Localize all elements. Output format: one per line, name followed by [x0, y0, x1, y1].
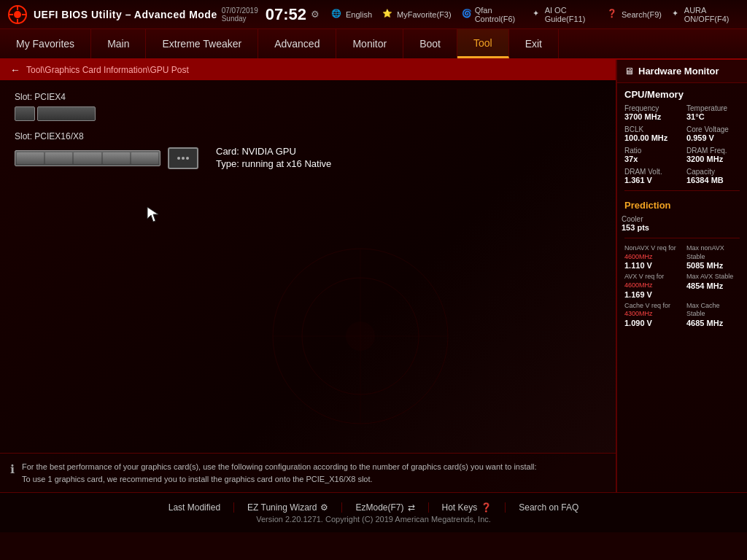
nav-main[interactable]: Main — [91, 29, 146, 58]
cache-stable-cell: Max Cache Stable 4685 MHz — [682, 300, 744, 329]
card-type: Type: running at x16 Native — [216, 158, 331, 169]
left-content: ← Tool\Graphics Card Information\GPU Pos… — [0, 60, 616, 492]
breadcrumb-text: Tool\Graphics Card Information\GPU Post — [26, 65, 189, 75]
temperature-cell: Temperature 31°C — [682, 103, 744, 122]
nav-exit[interactable]: Exit — [509, 29, 559, 58]
svg-point-7 — [302, 278, 419, 394]
card-info: Card: NVIDIA GPU Type: running at x16 Na… — [216, 146, 331, 171]
dram-freq-label: DRAM Freq. — [686, 147, 740, 155]
slot1-label: Slot: PCIEX4 — [15, 92, 601, 102]
datetime-area: 07/07/2019 Sunday 07:52 ⚙ — [222, 7, 320, 23]
svg-point-6 — [273, 249, 448, 424]
navbar: My Favorites Main Extreme Tweaker Advanc… — [0, 29, 747, 60]
frequency-cell: Frequency 3700 MHz — [620, 103, 682, 122]
settings-icon[interactable]: ⚙ — [311, 9, 320, 20]
header-bar: UEFI BIOS Utility – Advanced Mode 07/07/… — [0, 0, 747, 29]
prediction-title: Prediction — [617, 195, 747, 214]
frequency-label: Frequency — [624, 104, 678, 112]
nav-extremetweaker[interactable]: Extreme Tweaker — [146, 29, 258, 58]
cooler-cell: Cooler 153 pts — [617, 214, 747, 233]
rog-logo-icon — [7, 4, 28, 25]
avx-stable-value: 4854 MHz — [686, 281, 740, 290]
ai-icon: ✦ — [533, 9, 542, 20]
pcie-slot2-graphic: Card: NVIDIA GPU Type: running at x16 Na… — [15, 146, 601, 171]
search-tool[interactable]: ❓ Search(F9) — [607, 9, 662, 20]
capacity-label: Capacity — [686, 168, 740, 176]
datetime-line: 07/07/2019 Sunday 07:52 ⚙ — [222, 7, 320, 23]
avx-grid: AVX V req for 4600MHz 1.169 V Max AVX St… — [617, 271, 747, 300]
ezmode-icon: ⇄ — [408, 502, 415, 513]
cooler-label: Cooler — [622, 215, 743, 223]
cpu-memory-grid: Frequency 3700 MHz Temperature 31°C BCLK… — [617, 103, 747, 186]
cache-req-cell: Cache V req for 4300MHz 1.090 V — [620, 300, 682, 329]
core-voltage-label: Core Voltage — [686, 125, 740, 133]
frequency-value: 3700 MHz — [624, 112, 678, 121]
right-panel: 🖥 Hardware Monitor CPU/Memory Frequency … — [616, 60, 747, 492]
day-display: Sunday — [222, 15, 258, 23]
pcie-bar-long — [15, 150, 160, 166]
cooler-value: 153 pts — [622, 223, 743, 232]
nonavx-stable-cell: Max nonAVX Stable 5085 MHz — [682, 243, 744, 271]
aioc-tool[interactable]: ✦ AI OC Guide(F11) — [533, 6, 597, 23]
nav-myfavorites[interactable]: My Favorites — [0, 29, 91, 58]
avx-req-label: AVX V req for 4600MHz — [624, 273, 678, 289]
date-display: 07/07/2019 — [222, 7, 258, 15]
back-arrow-icon[interactable]: ← — [10, 64, 20, 76]
section-divider — [624, 190, 740, 191]
gpu-post-content: Slot: PCIEX4 Slot: PCIEX16/X8 — [0, 80, 616, 187]
ez-tuning-tool[interactable]: EZ Tuning Wizard ⚙ — [234, 502, 342, 513]
info-text: For the best performance of your graphic… — [22, 461, 537, 485]
nav-advanced[interactable]: Advanced — [258, 29, 336, 58]
svg-point-1 — [14, 11, 21, 18]
nav-monitor[interactable]: Monitor — [336, 29, 403, 58]
nav-tool[interactable]: Tool — [457, 29, 509, 58]
language-tool[interactable]: 🌐 English — [331, 9, 372, 20]
bclk-label: BCLK — [624, 125, 678, 133]
avx-req-value: 1.169 V — [624, 290, 678, 299]
footer: Last Modified EZ Tuning Wizard ⚙ EzMode(… — [0, 492, 747, 532]
bg-decoration — [251, 227, 470, 448]
temperature-value: 31°C — [686, 112, 740, 121]
pcie-chip-small-1 — [15, 106, 35, 121]
dram-freq-value: 3200 MHz — [686, 155, 740, 163]
nonavx-stable-value: 5085 MHz — [686, 261, 740, 270]
ezmode-tool[interactable]: EzMode(F7) ⇄ — [342, 502, 428, 513]
dram-freq-cell: DRAM Freq. 3200 MHz — [682, 145, 744, 165]
dram-volt-value: 1.361 V — [624, 176, 678, 184]
nonavx-grid: NonAVX V req for 4600MHz 1.110 V Max non… — [617, 243, 747, 271]
qfan-tool[interactable]: 🌀 Qfan Control(F6) — [462, 6, 522, 23]
fan-icon: 🌀 — [462, 9, 472, 20]
app-title: UEFI BIOS Utility – Advanced Mode — [34, 9, 217, 20]
language-icon: 🌐 — [331, 9, 343, 20]
myfavorite-tool[interactable]: ⭐ MyFavorite(F3) — [382, 9, 452, 20]
header-tools: 🌐 English ⭐ MyFavorite(F3) 🌀 Qfan Contro… — [331, 6, 740, 23]
wizard-icon: ⚙ — [320, 502, 328, 513]
cache-stable-label: Max Cache Stable — [686, 302, 740, 319]
nav-boot[interactable]: Boot — [403, 29, 457, 58]
pcie-chip-large-1 — [37, 106, 96, 121]
core-voltage-cell: Core Voltage 0.959 V — [682, 124, 744, 144]
ratio-label: Ratio — [624, 147, 678, 155]
search-faq-tool[interactable]: Search on FAQ — [506, 502, 592, 513]
nonavx-stable-label: Max nonAVX Stable — [686, 244, 740, 261]
last-modified-tool[interactable]: Last Modified — [155, 502, 234, 513]
nonavx-req-value: 1.110 V — [624, 261, 678, 270]
nonavx-req-label: NonAVX V req for 4600MHz — [624, 244, 678, 261]
breadcrumb: ← Tool\Graphics Card Information\GPU Pos… — [0, 60, 616, 80]
footer-tools: Last Modified EZ Tuning Wizard ⚙ EzMode(… — [155, 502, 592, 513]
cache-stable-value: 4685 MHz — [686, 319, 740, 327]
pcie-connector-icon — [168, 147, 198, 169]
capacity-value: 16384 MB — [686, 176, 740, 184]
star-icon: ⭐ — [382, 9, 394, 20]
hot-keys-tool[interactable]: Hot Keys ❓ — [429, 502, 506, 513]
aura-tool[interactable]: ✦ AURA ON/OFF(F4) — [672, 6, 740, 23]
prediction-divider — [624, 238, 740, 238]
bclk-value: 100.00 MHz — [624, 133, 678, 142]
hotkeys-icon: ❓ — [481, 502, 492, 513]
cache-grid: Cache V req for 4300MHz 1.090 V Max Cach… — [617, 300, 747, 329]
bclk-cell: BCLK 100.00 MHz — [620, 124, 682, 144]
card-name: Card: NVIDIA GPU — [216, 146, 331, 157]
ratio-value: 37x — [624, 155, 678, 163]
hw-monitor-header: 🖥 Hardware Monitor — [617, 60, 747, 83]
avx-req-cell: AVX V req for 4600MHz 1.169 V — [620, 271, 682, 300]
